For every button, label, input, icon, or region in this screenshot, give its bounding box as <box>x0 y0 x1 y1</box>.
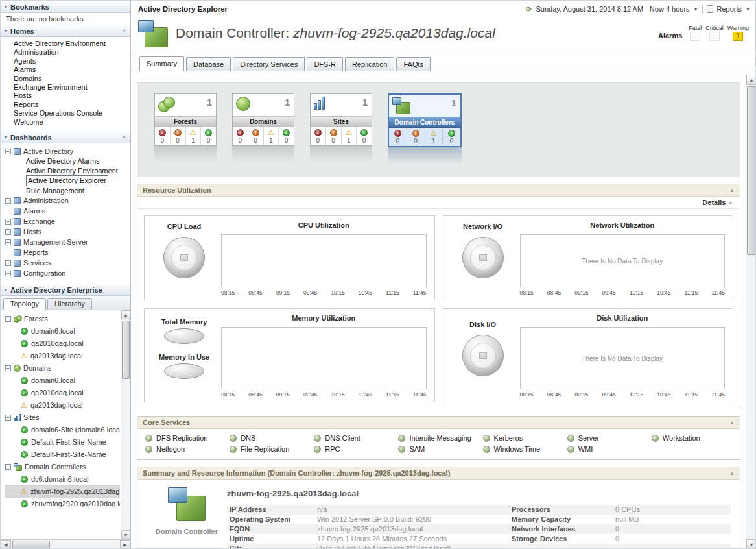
time-range-control[interactable]: Sunday, August 31, 2014 8:12 AM - Now 4 … <box>536 5 690 13</box>
scroll-down-button[interactable]: ▼ <box>121 530 130 539</box>
normal-count-cell[interactable]: ✓0 <box>443 128 460 146</box>
normal-count-cell[interactable]: ✓0 <box>279 127 294 145</box>
scroll-thumb[interactable] <box>747 86 756 255</box>
memory-utilization-chart[interactable] <box>221 327 427 389</box>
collapse-panel-icon[interactable]: ▲ <box>729 188 735 193</box>
dashboard-node-alarms[interactable]: Alarms <box>5 206 130 216</box>
normal-count-cell[interactable]: ✓0 <box>201 127 216 145</box>
service-file-replication[interactable]: File Replication <box>230 445 310 453</box>
tab-directory-services[interactable]: Directory Services <box>233 57 305 71</box>
dashboard-node-active-directory[interactable]: − Active Directory <box>5 146 130 156</box>
details-link[interactable]: Details » <box>137 197 740 209</box>
network-utilization-chart[interactable]: There Is No Data To Display <box>520 234 726 287</box>
memory-in-use-gauge[interactable] <box>164 363 204 379</box>
warning-count-cell[interactable]: ⚠1 <box>342 127 357 145</box>
service-windows-time[interactable]: Windows Time <box>483 445 563 453</box>
reports-dropdown-icon[interactable]: ▼ <box>746 7 750 12</box>
time-range-dropdown-icon[interactable]: ▼ <box>694 7 698 12</box>
dashboard-link-active-directory-explorer[interactable]: Active Directory Explorer <box>5 175 130 186</box>
service-dfs-replication[interactable]: DFS Replication <box>145 434 226 442</box>
service-server[interactable]: Server <box>567 434 648 442</box>
warning-count-cell[interactable]: ⚠1 <box>425 128 443 146</box>
home-item-domains[interactable]: Domains <box>14 75 130 83</box>
tree-item-dc6[interactable]: ✓dc6.domain6.local <box>5 473 120 485</box>
cpu-utilization-chart[interactable] <box>221 234 427 287</box>
fatal-count-cell[interactable]: ×0 <box>389 128 407 146</box>
dashboard-node-exchange[interactable]: + Exchange <box>5 216 130 226</box>
tree-item-domain-qa2010dag[interactable]: ✓qa2010dag.local <box>5 387 120 399</box>
tree-item-domain-qa2013dag[interactable]: ⚠qa2013dag.local <box>5 399 120 411</box>
collapse-panel-icon[interactable]: ▲ <box>729 470 735 476</box>
expand-node-icon[interactable]: + <box>5 219 11 225</box>
home-item-administration[interactable]: Administration <box>14 48 130 56</box>
service-intersite-messaging[interactable]: Intersite Messaging <box>398 434 478 442</box>
scroll-up-button[interactable]: ▲ <box>121 310 130 319</box>
tile-domains[interactable]: 1 Domains ×0 !0 ⚠1 ✓0 <box>232 93 294 146</box>
dashboard-node-configuration[interactable]: + Configuration <box>5 268 130 278</box>
resource-utilization-header[interactable]: Resource Utilization ▲ <box>137 184 740 197</box>
collapse-node-icon[interactable]: − <box>5 316 11 322</box>
tree-item-site-default-first-2[interactable]: ✓Default-First-Site-Name <box>5 448 120 461</box>
tile-sites[interactable]: 1 Sites ×0 !0 ⚠1 ✓0 <box>310 93 372 146</box>
dashboard-node-services[interactable]: + Services <box>5 258 130 268</box>
bookmarks-section-header[interactable]: ▾ Bookmarks <box>1 1 130 13</box>
fatal-alarm-box[interactable] <box>690 32 700 41</box>
service-wmi[interactable]: WMI <box>567 445 648 453</box>
tab-dfs-r[interactable]: DFS-R <box>307 57 343 71</box>
warning-alarm-box[interactable]: 1 <box>733 32 743 41</box>
tree-item-site-default-first-1[interactable]: ✓Default-First-Site-Name <box>5 436 120 448</box>
expand-node-icon[interactable]: + <box>5 198 11 204</box>
collapse-node-icon[interactable]: − <box>5 149 11 154</box>
collapse-node-icon[interactable]: − <box>5 464 11 470</box>
tree-item-domain-domain6[interactable]: ✓domain6.local <box>5 374 120 387</box>
disk-utilization-chart[interactable]: There Is No Data To Display <box>520 327 726 389</box>
critical-count-cell[interactable]: !0 <box>407 128 425 146</box>
homes-section-header[interactable]: ▾ Homes ▼ <box>1 25 130 37</box>
home-item-alarms[interactable]: Alarms <box>14 66 130 74</box>
tree-item-forest-qa2013dag[interactable]: ⚠qa2013dag.local <box>5 350 120 362</box>
tab-summary[interactable]: Summary <box>139 56 184 71</box>
collapse-panel-icon[interactable]: ▲ <box>729 420 735 426</box>
expand-node-icon[interactable]: + <box>5 271 11 276</box>
home-item-hosts[interactable]: Hosts <box>14 92 130 100</box>
scroll-up-button[interactable]: ▲ <box>746 75 756 85</box>
tree-group-forests[interactable]: − Forests <box>5 313 120 325</box>
tree-item-site-domain6[interactable]: ✓domain6-Site (domain6.local) <box>5 424 120 436</box>
dashboard-link-rule-management[interactable]: Rule Management <box>5 186 130 196</box>
home-item-welcome[interactable]: Welcome <box>14 118 130 127</box>
collapse-node-icon[interactable]: − <box>5 415 11 421</box>
dashboard-node-management-server[interactable]: − Management Server <box>5 237 130 247</box>
home-item-service-operations-console[interactable]: Service Operations Console <box>14 109 130 117</box>
expand-node-icon[interactable]: + <box>5 260 11 266</box>
filter-icon[interactable]: ▼ <box>122 29 126 33</box>
scroll-thumb[interactable] <box>12 541 50 549</box>
cpu-load-gauge[interactable] <box>163 237 205 278</box>
dashboard-node-hosts[interactable]: + Hosts <box>5 226 130 237</box>
tab-faqts[interactable]: FAQts <box>396 57 431 71</box>
dashboards-section-header[interactable]: ▾ Dashboards ▼ <box>1 131 130 143</box>
critical-count-cell[interactable]: !0 <box>326 127 342 145</box>
service-dns[interactable]: DNS <box>230 434 310 442</box>
service-sam[interactable]: SAM <box>398 445 478 453</box>
home-item-exchange-environment[interactable]: Exchange Environment <box>14 83 130 92</box>
enterprise-section-header[interactable]: ▾ Active Directory Enterprise <box>1 284 130 296</box>
collapse-node-icon[interactable]: − <box>5 239 11 245</box>
collapse-node-icon[interactable]: − <box>5 365 11 371</box>
total-memory-gauge[interactable] <box>164 328 204 344</box>
tree-group-sites[interactable]: − Sites <box>5 411 120 424</box>
dashboard-link-active-directory-alarms[interactable]: Active Directory Alarms <box>5 156 130 166</box>
fatal-count-cell[interactable]: ×0 <box>155 127 171 145</box>
tab-database[interactable]: Database <box>186 57 231 71</box>
dashboard-link-active-directory-environment[interactable]: Active Directory Environment <box>5 166 130 176</box>
critical-count-cell[interactable]: !0 <box>171 127 186 145</box>
network-io-gauge[interactable] <box>462 237 504 278</box>
disk-io-gauge[interactable] <box>462 335 504 376</box>
filter-icon[interactable]: ▼ <box>122 135 126 140</box>
warning-count-cell[interactable]: ⚠1 <box>186 127 202 145</box>
tree-item-forest-qa2010dag[interactable]: ✓qa2010dag.local <box>5 337 120 350</box>
dashboard-node-administration[interactable]: + Administration <box>5 195 130 206</box>
critical-alarm-box[interactable] <box>709 32 720 41</box>
service-netlogon[interactable]: Netlogon <box>145 445 226 453</box>
scroll-down-button[interactable]: ▼ <box>746 539 756 549</box>
core-services-header[interactable]: Core Services ▲ <box>137 417 740 429</box>
